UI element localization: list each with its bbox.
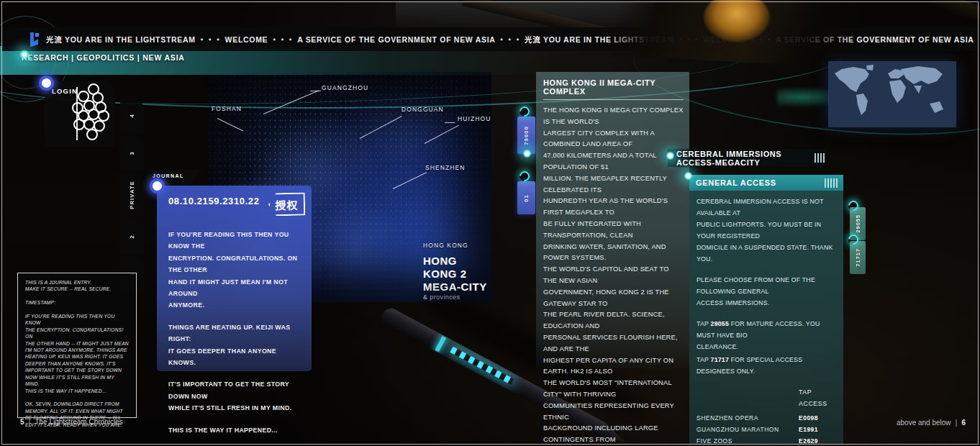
city-label-hong-kong: HONG KONG	[423, 242, 468, 249]
side-tab-private[interactable]: PRIVATE	[120, 173, 144, 217]
note-text: THIS IS A JOURNAL ENTRY. MAKE IT SECURE …	[25, 279, 129, 428]
link-node-glow-icon	[684, 171, 693, 181]
page: GUANGZHOU FOSHAN DONGGUAN HUIZHOU SHENZH…	[0, 0, 980, 446]
divider: |	[29, 417, 31, 426]
tap-code[interactable]: 29055	[711, 320, 729, 327]
world-map-panel	[829, 62, 956, 127]
breadcrumb[interactable]: RESEARCH | GEOPOLITICS | NEW ASIA	[22, 53, 185, 62]
stamp-text: 授权	[275, 196, 298, 212]
side-tab-label: 3	[129, 151, 135, 155]
map-title-line2: MEGA-CITY	[423, 281, 491, 293]
equalizer-icon	[825, 178, 839, 188]
journal-paragraph: IF YOU'RE READING THIS THEN YOU KNOW THE…	[168, 229, 301, 311]
side-tab-3[interactable]: 3	[120, 136, 144, 170]
map-title-line1: HONG KONG 2	[423, 255, 491, 281]
side-tab-label: 79000	[523, 126, 530, 145]
map-leader-line	[360, 116, 402, 139]
map-leader-line	[217, 118, 243, 131]
stylus-glow-band	[435, 336, 446, 352]
general-access-title: GENERAL ACCESS	[696, 178, 820, 187]
login-label: LOGIN	[52, 87, 78, 95]
cerebral-access-header: CEREBRAL IMMERSIONS ACCESS-MEGACITY	[668, 149, 825, 167]
journal-panel: 08.10.2159.2310.22 授权 IF YOU'RE READING …	[157, 186, 312, 371]
hk-panel-title: HONG KONG II MEGA-CITY COMPLEX	[543, 78, 684, 100]
hk-side-tab-01[interactable]: 01	[517, 181, 535, 214]
side-tab-label: 4	[129, 114, 135, 117]
chapter-title: above and below	[897, 419, 951, 427]
general-access-body: CEREBRAL IMMERSION ACCESS IS NOT AVAILAB…	[689, 191, 843, 446]
world-map-graphic	[829, 62, 956, 127]
city-label-huizhou: HUIZHOU	[458, 115, 491, 122]
side-tab-2[interactable]: 2	[120, 219, 144, 254]
page-footer-right: above and below | 6	[897, 418, 966, 427]
page-footer-left: 5 | The Lightstream Chronicles	[20, 417, 123, 426]
map-leader-line	[393, 172, 427, 189]
ga-side-tab-71717[interactable]: 71717	[850, 241, 866, 274]
journal-paragraph: IT'S IMPORTANT TO GET THE STORY DOWN NOW…	[168, 378, 301, 414]
hk-panel-body: THE HONG KONG II MEGA CITY COMPLEX IS TH…	[543, 105, 684, 446]
immersion-row[interactable]: FIVE ZOOSE2629	[697, 435, 836, 446]
page-number: 5	[20, 418, 24, 426]
general-access-header: GENERAL ACCESS	[689, 175, 843, 191]
hk-megacity-panel: HONG KONG II MEGA-CITY COMPLEX THE HONG …	[536, 72, 689, 368]
handwritten-note: THIS IS A JOURNAL ENTRY. MAKE IT SECURE …	[17, 273, 137, 418]
ga-paragraph: CEREBRAL IMMERSION ACCESS IS NOT AVAILAB…	[697, 196, 836, 265]
side-tab-label: 29055	[856, 214, 861, 232]
link-node-glow-icon	[666, 151, 675, 160]
map-leader-line	[445, 122, 455, 123]
immersion-row[interactable]: GUANGZHOU MARATHONE1991	[697, 424, 836, 435]
journal-node-icon	[150, 178, 165, 194]
side-tab-4[interactable]: 4	[120, 99, 144, 133]
tap-access-column-header: TAP ACCESS	[799, 386, 836, 409]
map-leader-line	[425, 125, 459, 144]
divider: |	[956, 418, 958, 427]
ga-paragraph: PLEASE CHOOSE FROM ONE OF THE FOLLOWING …	[697, 274, 836, 309]
general-access-panel: GENERAL ACCESS CEREBRAL IMMERSION ACCESS…	[689, 175, 843, 444]
login-panel[interactable]: LOGIN	[45, 81, 115, 147]
journal-tab-label: JOURNAL	[153, 173, 184, 178]
link-node-glow-icon	[522, 149, 532, 158]
journal-paragraph: THINGS ARE HEATING UP. KEIJI WAS RIGHT: …	[168, 322, 301, 369]
nav-node-glow-icon	[19, 49, 30, 60]
lightstream-logo-icon	[28, 32, 40, 47]
cerebral-header-text: CEREBRAL IMMERSIONS ACCESS-MEGACITY	[676, 150, 810, 167]
equalizer-icon	[815, 153, 825, 163]
immersion-row[interactable]: SHENZHEN OPERAE0098	[697, 412, 836, 424]
city-label-shenzhen: SHENZHEN	[425, 164, 466, 171]
side-tab-label: PRIVATE	[129, 181, 135, 209]
journal-paragraph: THIS IS THE WAY IT HAPPENED...	[168, 424, 301, 436]
side-tab-label: 71717	[856, 248, 861, 266]
side-tab-label: 2	[129, 235, 135, 238]
book-title: The Lightstream Chronicles	[35, 418, 122, 426]
tap-code[interactable]: 71717	[711, 356, 729, 363]
side-tab-label: 01	[523, 194, 530, 202]
tap-option[interactable]: TAP 29055 FOR MATURE ACCESS. YOU MUST HA…	[697, 318, 836, 352]
login-node-icon	[39, 76, 54, 91]
tap-option[interactable]: TAP 71717 FOR SPECIAL ACCESS DESIGNEES O…	[697, 354, 836, 377]
page-number: 6	[961, 419, 966, 427]
